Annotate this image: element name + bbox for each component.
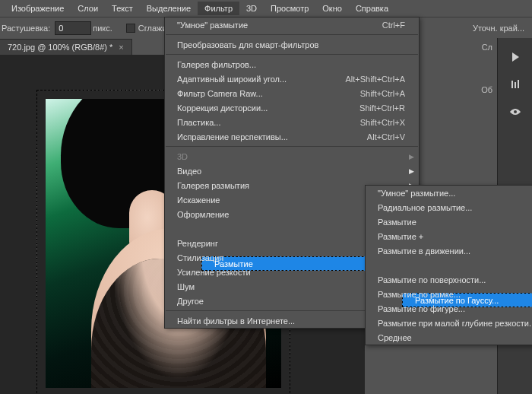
menu-item-shortcut: Alt+Ctrl+V [367,132,405,141]
filter-menu-item[interactable]: Исправление перспективы...Alt+Ctrl+V [165,129,419,144]
filter-menu-item[interactable]: "Умное" размытиеCtrl+F [165,17,419,32]
menu-item-label: Исправление перспективы... [177,132,349,141]
blur-menu-item[interactable]: Размытие + [366,229,532,243]
menu-select[interactable]: Выделение [140,2,198,15]
menu-item-label: Размытие + [378,232,532,241]
menu-item-label: Размытие по рамке... [378,290,532,299]
submenu-arrow-icon: ▶ [409,167,414,175]
menu-separator [166,54,418,55]
menu-item-label: Фильтр Camera Raw... [177,89,342,98]
layers-panel-tab[interactable]: Сл [482,43,492,52]
menu-item-shortcut: Shift+Ctrl+R [359,103,405,113]
submenu-arrow-icon: ▶ [409,153,414,160]
menu-item-label: Радиальное размытие... [378,203,532,212]
menu-item-label: Размытие при малой глубине резкости... [378,319,532,328]
filter-menu-item[interactable]: Коррекция дисторсии...Shift+Ctrl+R [165,100,419,115]
document-tabbar: 720.jpg @ 100% (RGB/8#) * × [0,38,132,55]
menu-layers[interactable]: Слои [71,2,105,15]
filter-menu-item[interactable]: Адаптивный широкий угол...Alt+Shift+Ctrl… [165,71,419,86]
history-panel-tab[interactable]: Об [481,85,492,94]
menu-help[interactable]: Справка [349,2,395,15]
blur-menu-item[interactable]: "Умное" размытие... [366,186,532,200]
close-icon[interactable]: × [119,43,123,52]
menu-item-label: Размытие [378,218,532,227]
menu-item-label: Адаптивный широкий угол... [177,75,327,84]
menu-item-label: Галерея фильтров... [177,60,405,69]
menu-item-label: "Умное" размытие [177,21,364,30]
menu-text[interactable]: Текст [105,2,140,15]
blur-menu-item[interactable]: Размытие по фигуре... [366,301,532,316]
play-icon[interactable] [505,49,526,65]
blur-menu-item[interactable]: Среднее [366,330,532,345]
feather-input[interactable] [55,21,91,35]
menu-item-shortcut: Ctrl+F [382,21,405,30]
eye-icon[interactable] [505,103,526,120]
menu-item-label: Среднее [378,333,532,342]
blur-menu-item[interactable]: Размытие при малой глубине резкости... [366,316,532,330]
menu-item-label: Коррекция дисторсии... [177,103,341,113]
menu-3d[interactable]: 3D [239,2,264,15]
menu-separator [166,34,418,35]
menu-item-label: Размытие в движении... [378,246,532,256]
filter-menu-item[interactable]: Галерея фильтров... [165,57,419,71]
blur-menu-item[interactable]: Радиальное размытие... [366,200,532,214]
filter-menu-item: 3D▶ [165,149,419,164]
brushes-icon[interactable] [505,76,526,93]
menu-item-label: "Умное" размытие... [378,189,532,198]
blur-menu-item[interactable]: Размытие в движении... [366,243,532,258]
menu-image[interactable]: Изображение [5,2,71,15]
feather-label: Растушевка: [2,24,50,33]
document-tab[interactable]: 720.jpg @ 100% (RGB/8#) * × [0,39,132,55]
menu-item-label: Преобразовать для смарт-фильтров [177,40,405,49]
menu-item-shortcut: Shift+Ctrl+A [360,89,405,98]
main-menubar: Изображение Слои Текст Выделение Фильтр … [0,0,532,17]
menu-view[interactable]: Просмотр [264,2,315,15]
blur-menu-item[interactable]: Размытие по поверхности... [366,272,532,287]
feather-unit: пикс. [93,24,112,33]
refine-edge-button[interactable]: Уточн. край... [473,24,524,33]
menu-window[interactable]: Окно [315,2,349,15]
filter-menu-item[interactable]: Пластика...Shift+Ctrl+X [165,115,419,129]
menu-item-label: Пластика... [177,118,342,127]
menu-item-shortcut: Shift+Ctrl+X [360,118,405,127]
menu-item-shortcut: Alt+Shift+Ctrl+A [345,75,405,84]
menu-item-label: Размытие по фигуре... [378,304,532,313]
menu-separator [166,146,418,147]
menu-filter[interactable]: Фильтр [198,2,239,15]
filter-menu-item[interactable]: Видео▶ [165,164,419,178]
document-title: 720.jpg @ 100% (RGB/8#) * [8,43,112,52]
menu-item-label: Размытие по поверхности... [378,275,532,284]
filter-menu-item[interactable]: Преобразовать для смарт-фильтров [165,37,419,52]
blur-submenu: "Умное" размытие...Радиальное размытие..… [365,185,532,345]
blur-menu-item[interactable]: Размытие по рамке... [366,287,532,301]
blur-menu-item[interactable]: Размытие [366,214,532,229]
antialias-checkbox[interactable] [126,24,135,33]
menu-item-label: 3D [177,152,405,161]
menu-item-label: Видео [177,167,405,176]
filter-menu-item[interactable]: Фильтр Camera Raw...Shift+Ctrl+A [165,86,419,100]
